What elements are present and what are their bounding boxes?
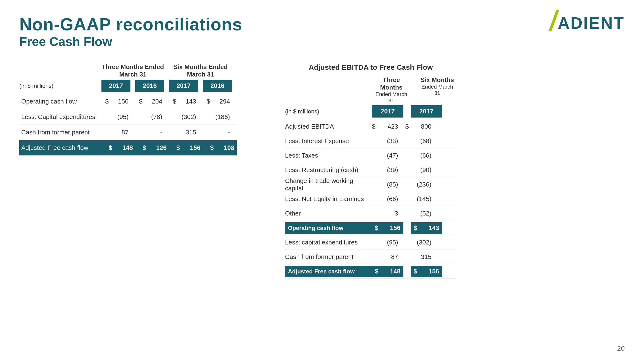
right-row-val-b-1: (68): [412, 137, 432, 145]
left-row-dollar-b-0: $: [135, 98, 142, 105]
left-row-val-2016a-2: -: [142, 129, 164, 136]
right-row-val-a-1: (33): [379, 137, 398, 145]
left-col-2016b-header: 2016: [203, 80, 232, 92]
right-col-subheader-3m: Ended March 31: [372, 91, 411, 104]
right-row-label-2: Less: Taxes: [285, 152, 372, 159]
right-row-val-b-4: (236): [412, 181, 432, 188]
left-row-val-2016b-0: 294: [210, 98, 232, 105]
right-row-label-6: Other: [285, 210, 372, 217]
right-row-val-a-8: (95): [379, 239, 398, 246]
right-row-val-b-3: (90): [412, 166, 432, 174]
left-row-cell-2016a-3: $126: [140, 142, 169, 154]
right-row-val-a-2: (47): [379, 152, 398, 159]
right-row-val-b-0: 800: [412, 123, 432, 130]
right-row-label-7: Operating cash flow: [285, 222, 372, 234]
left-row-val-2017a-0: 156: [109, 98, 130, 105]
right-table-row: Less: Restructuring (cash) (39) (90): [285, 163, 456, 177]
right-row-val-a-9: 87: [379, 253, 398, 261]
left-col-2017a-header: 2017: [102, 80, 130, 92]
right-col-2017b-header: 2017: [411, 105, 442, 117]
right-row-val-b-8: (302): [412, 239, 432, 246]
right-row-cell-a-7: $156: [372, 222, 404, 234]
right-row-label-1: Less: Interest Expense: [285, 137, 372, 145]
left-in-millions: (in $ millions): [19, 82, 54, 89]
right-table-row: Less: Taxes (47) (66): [285, 148, 456, 163]
right-row-val-b-5: (145): [412, 195, 432, 203]
left-col-2017b-header: 2017: [169, 80, 198, 92]
right-row-val-b-9: 315: [412, 253, 432, 261]
left-group-header-1-line2: March 31: [102, 71, 164, 78]
left-col-2016a-header: 2016: [135, 80, 164, 92]
left-table-row: Less: Capital expenditures (95) (78) (30…: [19, 109, 237, 125]
left-row-val-2017a-2: 87: [109, 129, 130, 136]
right-row-val-b-6: (52): [412, 210, 432, 217]
right-row-label-3: Less: Restructuring (cash): [285, 166, 372, 174]
left-row-val-2016a-0: 204: [142, 98, 164, 105]
left-row-dollar-c-0: $: [169, 98, 176, 105]
right-row-cell-a-10: $148: [372, 266, 404, 277]
right-row-dollar-a-0: $: [372, 123, 379, 130]
logo-text: ADIENT: [558, 13, 625, 32]
right-table-row: Adjusted Free cash flow $148 $156: [285, 264, 456, 279]
right-table-body: Adjusted EBITDA $ 423 $ 800 Less: Intere…: [285, 119, 456, 279]
left-row-val-2017b-2: 315: [176, 129, 198, 136]
left-row-val-2016a-1: (78): [142, 113, 164, 121]
right-table-row: Less: Interest Expense (33) (68): [285, 134, 456, 148]
right-row-cell-b-7: $143: [411, 222, 442, 234]
right-row-val-b-2: (66): [412, 152, 432, 159]
left-row-dollar-a-0: $: [102, 98, 109, 105]
page-number: 20: [617, 345, 625, 352]
page: ADIENT Non-GAAP reconciliations Free Cas…: [0, 0, 644, 362]
left-row-val-2017b-0: 143: [176, 98, 198, 105]
page-header: Non-GAAP reconciliations Free Cash Flow: [19, 14, 625, 49]
left-row-cell-2017a-3: $148: [106, 142, 135, 154]
right-row-label-4: Change in trade working capital: [285, 177, 372, 192]
left-table-row: Adjusted Free cash flow $148 $126 $156 $…: [19, 140, 237, 156]
right-table-row: Adjusted EBITDA $ 423 $ 800: [285, 119, 456, 134]
left-group-header-1-line1: Three Months Ended: [102, 63, 164, 71]
right-row-val-a-6: 3: [379, 210, 398, 217]
right-col-header-6m: Six Months: [418, 76, 456, 84]
right-row-label-5: Less: Net Equity in Earnings: [285, 195, 372, 203]
right-row-label-0: Adjusted EBITDA: [285, 123, 372, 130]
right-table-row: Other 3 (52): [285, 206, 456, 221]
right-row-val-a-3: (39): [379, 166, 398, 174]
right-row-val-a-5: (66): [379, 195, 398, 203]
left-group-header-2-line2: March 31: [169, 71, 232, 78]
left-table-row: Operating cash flow $ 156 $ 204 $ 143 $ …: [19, 94, 237, 109]
left-row-val-2016b-2: -: [210, 129, 232, 136]
left-row-label-1: Less: Capital expenditures: [19, 113, 102, 121]
tables-container: Three Months Ended March 31 Six Months E…: [19, 63, 625, 279]
left-row-dollar-d-0: $: [203, 98, 210, 105]
left-row-label-2: Cash from former parent: [19, 129, 102, 136]
left-row-cell-2017b-3: $156: [174, 142, 203, 154]
page-title-sub: Free Cash Flow: [19, 34, 625, 49]
left-row-val-2016b-1: (186): [210, 113, 232, 121]
left-row-cell-2016b-3: $108: [208, 142, 237, 154]
right-table-row: Operating cash flow $156 $143: [285, 221, 456, 235]
right-row-val-a-0: 423: [379, 123, 398, 130]
left-table-row: Cash from former parent 87 - 315 -: [19, 125, 237, 140]
right-table-row: Less: capital expenditures (95) (302): [285, 235, 456, 250]
left-table: Three Months Ended March 31 Six Months E…: [19, 63, 237, 279]
left-row-label-0: Operating cash flow: [19, 98, 102, 105]
left-row-label-3: Adjusted Free cash flow: [19, 144, 102, 152]
right-row-dollar-b-0: $: [405, 123, 412, 130]
right-in-millions: (in $ millions): [285, 108, 319, 115]
right-section-title: Adjusted EBITDA to Free Cash Flow: [285, 63, 456, 71]
right-row-label-10: Adjusted Free cash flow: [285, 266, 372, 277]
right-col-header-3m: Three Months: [372, 76, 411, 91]
right-table-row: Less: Net Equity in Earnings (66) (145): [285, 192, 456, 206]
right-row-label-9: Cash from former parent: [285, 253, 372, 261]
logo: ADIENT: [552, 12, 625, 34]
left-group-header-2-line1: Six Months Ended: [169, 63, 232, 71]
right-row-val-a-4: (85): [379, 181, 398, 188]
right-table: Adjusted EBITDA to Free Cash Flow Three …: [285, 63, 456, 279]
page-title-main: Non-GAAP reconciliations: [19, 14, 625, 34]
right-table-row: Change in trade working capital (85) (23…: [285, 177, 456, 192]
right-table-row: Cash from former parent 87 315: [285, 250, 456, 264]
right-col-subheader-6m: Ended March 31: [418, 84, 456, 96]
right-col-2017a-header: 2017: [372, 105, 404, 117]
right-row-cell-b-10: $156: [411, 266, 442, 277]
left-table-body: Operating cash flow $ 156 $ 204 $ 143 $ …: [19, 94, 237, 156]
